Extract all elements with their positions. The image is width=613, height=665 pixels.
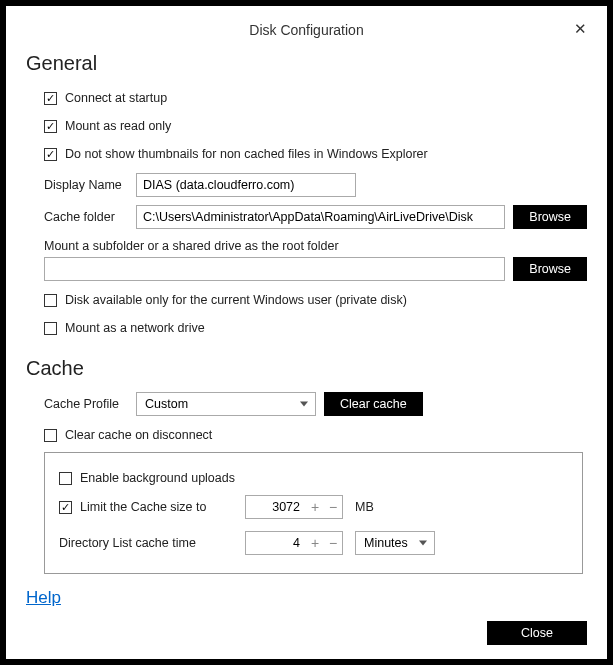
- display-name-row: Display Name: [44, 173, 587, 197]
- subfolder-label: Mount a subfolder or a shared drive as t…: [44, 239, 587, 253]
- help-link[interactable]: Help: [26, 588, 61, 608]
- minus-icon[interactable]: −: [324, 532, 342, 554]
- mount-readonly-label: Mount as read only: [65, 119, 171, 133]
- bg-uploads-label: Enable background uploads: [80, 471, 235, 485]
- mount-readonly-row: Mount as read only: [44, 115, 587, 137]
- cache-profile-dropdown[interactable]: Custom: [136, 392, 316, 416]
- dir-list-label: Directory List cache time: [59, 536, 245, 550]
- cache-folder-input[interactable]: [136, 205, 505, 229]
- connect-startup-row: Connect at startup: [44, 87, 587, 109]
- cache-folder-row: Cache folder Browse: [44, 205, 587, 229]
- dir-list-unit-wrap: Minutes: [355, 531, 435, 555]
- general-heading: General: [26, 52, 587, 75]
- window: Disk Configuration ✕ General Connect at …: [6, 6, 607, 659]
- clear-on-disconnect-checkbox[interactable]: [44, 429, 57, 442]
- footer: Close: [487, 621, 587, 645]
- private-disk-label: Disk available only for the current Wind…: [65, 293, 407, 307]
- clear-cache-button[interactable]: Clear cache: [324, 392, 423, 416]
- connect-startup-label: Connect at startup: [65, 91, 167, 105]
- cache-box: Enable background uploads Limit the Cach…: [44, 452, 583, 574]
- network-drive-checkbox[interactable]: [44, 322, 57, 335]
- limit-cache-unit: MB: [355, 500, 374, 514]
- display-name-label: Display Name: [44, 178, 136, 192]
- cache-profile-row: Cache Profile Custom Clear cache: [44, 392, 587, 416]
- cache-profile-label: Cache Profile: [44, 397, 136, 411]
- dir-list-spinner: + −: [245, 531, 343, 555]
- general-section: Connect at startup Mount as read only Do…: [44, 87, 587, 339]
- no-thumbnails-row: Do not show thumbnails for non cached fi…: [44, 143, 587, 165]
- network-drive-row: Mount as a network drive: [44, 317, 587, 339]
- limit-cache-checkbox[interactable]: [59, 501, 72, 514]
- plus-icon[interactable]: +: [306, 532, 324, 554]
- titlebar: Disk Configuration ✕: [26, 22, 587, 38]
- no-thumbnails-checkbox[interactable]: [44, 148, 57, 161]
- limit-cache-spinner: + −: [245, 495, 343, 519]
- display-name-input[interactable]: [136, 173, 356, 197]
- limit-cache-row: Limit the Cache size to + − MB: [59, 495, 568, 519]
- bg-uploads-checkbox[interactable]: [59, 472, 72, 485]
- subfolder-input[interactable]: [44, 257, 505, 281]
- dir-list-input[interactable]: [246, 532, 306, 554]
- window-title: Disk Configuration: [249, 22, 363, 38]
- cache-section: Cache Profile Custom Clear cache Clear c…: [44, 392, 587, 446]
- close-button[interactable]: Close: [487, 621, 587, 645]
- limit-cache-input[interactable]: [246, 496, 306, 518]
- private-disk-row: Disk available only for the current Wind…: [44, 289, 587, 311]
- cache-folder-label: Cache folder: [44, 210, 136, 224]
- minus-icon[interactable]: −: [324, 496, 342, 518]
- plus-icon[interactable]: +: [306, 496, 324, 518]
- clear-on-disconnect-row: Clear cache on disconnect: [44, 424, 587, 446]
- dir-list-row: Directory List cache time + − Minutes: [59, 531, 568, 555]
- connect-startup-checkbox[interactable]: [44, 92, 57, 105]
- network-drive-label: Mount as a network drive: [65, 321, 205, 335]
- no-thumbnails-label: Do not show thumbnails for non cached fi…: [65, 147, 428, 161]
- clear-on-disconnect-label: Clear cache on disconnect: [65, 428, 212, 442]
- browse-subfolder-button[interactable]: Browse: [513, 257, 587, 281]
- bg-uploads-row: Enable background uploads: [59, 467, 568, 489]
- limit-cache-label: Limit the Cache size to: [80, 500, 245, 514]
- browse-cache-button[interactable]: Browse: [513, 205, 587, 229]
- mount-readonly-checkbox[interactable]: [44, 120, 57, 133]
- subfolder-row: Browse: [44, 257, 587, 281]
- close-icon[interactable]: ✕: [574, 20, 587, 38]
- cache-profile-dropdown-wrap: Custom: [136, 392, 316, 416]
- private-disk-checkbox[interactable]: [44, 294, 57, 307]
- cache-heading: Cache: [26, 357, 587, 380]
- dir-list-unit-dropdown[interactable]: Minutes: [355, 531, 435, 555]
